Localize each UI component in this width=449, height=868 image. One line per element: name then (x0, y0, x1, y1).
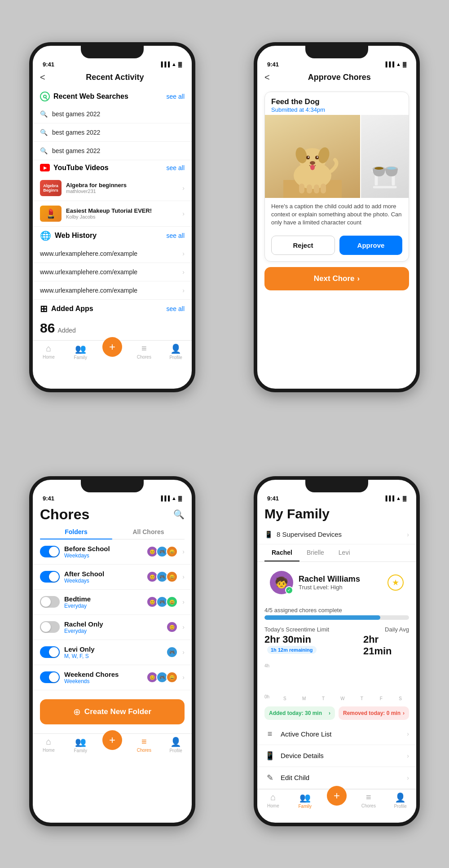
yt-thumb-makeup: 💄 (40, 206, 62, 222)
nav-chores-label-1: Chores (137, 355, 151, 359)
svg-rect-12 (307, 184, 312, 193)
folder-bedtime[interactable]: Bedtime Everyday 😊 🎮 😃 › (33, 590, 192, 615)
plus-button-4[interactable]: + (327, 786, 347, 806)
nav-chores-4[interactable]: ≡ Chores (352, 792, 384, 809)
battery-icon-2: ▓ (403, 61, 406, 67)
nav-profile-3[interactable]: 👤 Profile (160, 736, 192, 753)
nav-family-label-1: Family (74, 355, 87, 360)
plus-button-1[interactable]: + (102, 337, 122, 357)
yt-item-1[interactable]: AlgebraBeginrs Algebra for beginners mat… (33, 175, 192, 201)
status-bar-1: 9:41 ▐▐▐ ▲ ▓ (33, 58, 192, 69)
menu-active-chore-list[interactable]: ≡ Active Chore List › (257, 723, 416, 745)
youtube-see-all[interactable]: see all (167, 164, 185, 171)
edit-child-label: Edit Child (281, 774, 401, 781)
folder-levi-only[interactable]: Levi Only M, W, F, S 🎮 › (33, 640, 192, 665)
webhistory-see-all[interactable]: see all (167, 232, 185, 239)
search-item-3[interactable]: 🔍 best games 2022 (33, 142, 192, 160)
nav-plus-1[interactable]: + (97, 343, 128, 360)
yt-item-2[interactable]: 💄 Easiest Makeup Tutorial EVER! Kolby Ja… (33, 201, 192, 227)
back-button-2[interactable]: < (264, 72, 270, 83)
recent-searches-see-all[interactable]: see all (167, 93, 185, 100)
status-icons-4: ▐▐▐ ▲ ▓ (384, 495, 406, 501)
nav-home-1[interactable]: ⌂ Home (33, 343, 65, 360)
folder-rachel-only[interactable]: Rachel Only Everyday 😊 › (33, 615, 192, 640)
approve-button[interactable]: Approve (339, 236, 402, 255)
search-item-1[interactable]: 🔍 best games 2022 (33, 105, 192, 123)
added-today-badge[interactable]: Added today: 30 min › (264, 706, 335, 720)
folder-before-school[interactable]: Before School Weekdays 😊 🎮 😄 › (33, 539, 192, 565)
chores-tabs: Folders All Chores (40, 525, 185, 539)
folder-after-school[interactable]: After School Weekdays 😊 🎮 😄 › (33, 565, 192, 590)
status-icons-2: ▐▐▐ ▲ ▓ (384, 61, 406, 67)
search-item-2[interactable]: 🔍 best games 2022 (33, 123, 192, 142)
menu-device-details[interactable]: 📱 Device Details › (257, 745, 416, 767)
nav-chores-3[interactable]: ≡ Chores (128, 736, 160, 753)
nav-chores-1[interactable]: ≡ Chores (128, 343, 160, 360)
phone-shell-1: 9:41 ▐▐▐ ▲ ▓ < Recent Activity (29, 42, 195, 392)
toggle-weekend[interactable] (40, 671, 60, 683)
url-item-1[interactable]: www.urlexamplehere.com/example › (33, 245, 192, 263)
chore-actions: Reject Approve (265, 231, 409, 261)
removed-today-badge[interactable]: Removed today: 0 min › (339, 706, 409, 720)
nav-family-1[interactable]: 👥 Family (65, 343, 97, 360)
nav-family-3[interactable]: 👥 Family (65, 736, 97, 753)
screentime-row-values: 2hr 30min 1h 12m remaining 2hr 21min (264, 634, 409, 657)
nav-profile-1[interactable]: 👤 Profile (160, 343, 192, 360)
nav-home-3[interactable]: ⌂ Home (33, 736, 65, 753)
bottom-nav-4: ⌂ Home 👥 Family + ≡ Chores 👤 Profile (257, 789, 416, 813)
toggle-before-school[interactable] (40, 546, 60, 557)
folder-info-levi: Levi Only M, W, F, S (64, 645, 162, 659)
tab-brielle[interactable]: Brielle (299, 544, 331, 561)
star-button[interactable]: ★ (387, 574, 404, 591)
added-apps-see-all[interactable]: see all (167, 305, 185, 312)
nav-chores-label-4: Chores (361, 803, 376, 808)
bar-col-t2: T (353, 695, 370, 701)
back-button-1[interactable]: < (40, 72, 45, 83)
plus-button-3[interactable]: + (102, 730, 122, 750)
tab-folders[interactable]: Folders (40, 525, 112, 539)
tab-rachel[interactable]: Rachel (264, 544, 299, 561)
folder-weekend[interactable]: Weekend Chores Weekends 😊 🎮 😄 › (33, 665, 192, 690)
supervised-devices-row[interactable]: 📱 8 Supervised Devices › (257, 525, 416, 544)
toggle-bedtime[interactable] (40, 596, 60, 608)
bar-col-s2: S (392, 695, 409, 701)
verified-badge: ✓ (285, 586, 293, 594)
nav-plus-3[interactable]: + (97, 736, 128, 753)
nav-family-4[interactable]: 👥 Family (289, 792, 321, 809)
yt-info-1: Algebra for beginners mathlover231 (66, 182, 178, 194)
removed-today-text: Removed today: 0 min (343, 710, 401, 716)
status-bar-2: 9:41 ▐▐▐ ▲ ▓ (257, 58, 416, 69)
added-count: 86 (40, 320, 55, 336)
phone-shell-2: 9:41 ▐▐▐ ▲ ▓ < Approve Chores Feed the D… (254, 42, 420, 392)
nav-profile-4[interactable]: 👤 Profile (384, 792, 416, 809)
tab-levi[interactable]: Levi (331, 544, 357, 561)
globe-icon: 🌐 (40, 230, 51, 241)
tab-all-chores[interactable]: All Chores (112, 525, 185, 539)
create-folder-button[interactable]: ⊕ Create New Folder (40, 699, 185, 724)
toggle-after-school[interactable] (40, 571, 60, 583)
next-chore-button[interactable]: Next Chore › (264, 267, 409, 290)
nav-home-4[interactable]: ⌂ Home (257, 792, 289, 809)
toggle-rachel[interactable] (40, 621, 60, 633)
nav-home-label-3: Home (43, 748, 55, 753)
nav-family-label-3: Family (74, 748, 87, 753)
child-name: Rachel Williams (299, 574, 360, 584)
profile-icon-4: 👤 (395, 792, 406, 803)
svg-point-7 (308, 156, 309, 158)
reject-button[interactable]: Reject (271, 236, 335, 255)
nav-plus-4[interactable]: + (321, 792, 353, 809)
svg-rect-11 (299, 184, 304, 193)
url-item-2[interactable]: www.urlexamplehere.com/example › (33, 263, 192, 281)
chore-photos (265, 115, 409, 198)
recent-searches-title: Recent Web Searches (40, 92, 128, 101)
chores-search-icon[interactable]: 🔍 (173, 509, 185, 520)
signal-icon-2: ▐▐▐ (384, 61, 394, 67)
wifi-icon-1: ▲ (172, 61, 176, 67)
family-page-title: My Family (264, 506, 409, 522)
folder-info-before-school: Before School Weekdays (64, 545, 142, 559)
url-item-3[interactable]: www.urlexamplehere.com/example › (33, 281, 192, 300)
screen2-header: < Approve Chores (257, 69, 416, 88)
toggle-levi[interactable] (40, 646, 60, 658)
time-1: 9:41 (43, 61, 54, 68)
avatar-14: 😄 (166, 671, 178, 683)
